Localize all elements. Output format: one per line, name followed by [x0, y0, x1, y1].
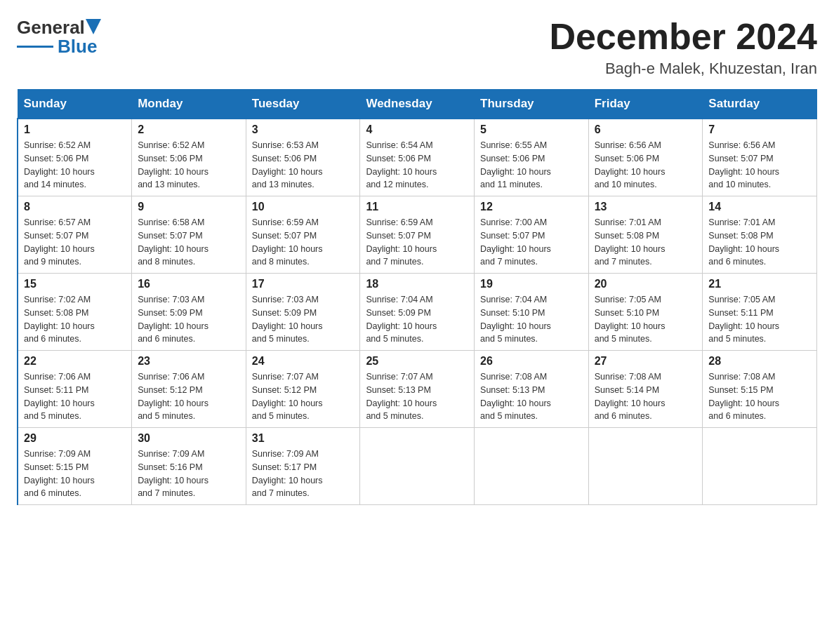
calendar-cell: 24 Sunrise: 7:07 AMSunset: 5:12 PMDaylig…: [246, 351, 360, 428]
day-info: Sunrise: 7:09 AMSunset: 5:17 PMDaylight:…: [252, 448, 355, 500]
day-number: 7: [708, 123, 811, 136]
calendar-header-row: SundayMondayTuesdayWednesdayThursdayFrid…: [18, 90, 817, 119]
day-info: Sunrise: 7:06 AMSunset: 5:12 PMDaylight:…: [138, 370, 240, 423]
day-info: Sunrise: 6:57 AMSunset: 5:07 PMDaylight:…: [24, 216, 126, 269]
calendar-week-row: 8 Sunrise: 6:57 AMSunset: 5:07 PMDayligh…: [18, 196, 817, 274]
day-info: Sunrise: 7:01 AMSunset: 5:08 PMDaylight:…: [708, 216, 811, 269]
day-info: Sunrise: 7:03 AMSunset: 5:09 PMDaylight:…: [252, 293, 355, 346]
calendar-cell: 29 Sunrise: 7:09 AMSunset: 5:15 PMDaylig…: [18, 428, 132, 505]
calendar-cell: 30 Sunrise: 7:09 AMSunset: 5:16 PMDaylig…: [132, 428, 246, 505]
day-number: 6: [595, 123, 697, 136]
calendar-cell: 2 Sunrise: 6:52 AMSunset: 5:06 PMDayligh…: [132, 119, 246, 196]
calendar-cell: [703, 428, 817, 505]
calendar-cell: 25 Sunrise: 7:07 AMSunset: 5:13 PMDaylig…: [360, 351, 475, 428]
calendar-cell: 26 Sunrise: 7:08 AMSunset: 5:13 PMDaylig…: [475, 351, 589, 428]
calendar-cell: 19 Sunrise: 7:04 AMSunset: 5:10 PMDaylig…: [475, 274, 589, 351]
day-number: 20: [595, 278, 697, 290]
logo-triangle-icon: [86, 19, 101, 34]
day-info: Sunrise: 6:53 AMSunset: 5:06 PMDaylight:…: [252, 139, 355, 192]
logo-underline: [17, 46, 53, 48]
day-number: 15: [24, 278, 126, 290]
col-header-saturday: Saturday: [703, 90, 817, 119]
calendar-cell: 9 Sunrise: 6:58 AMSunset: 5:07 PMDayligh…: [132, 196, 246, 274]
calendar-cell: 22 Sunrise: 7:06 AMSunset: 5:11 PMDaylig…: [18, 351, 132, 428]
day-info: Sunrise: 6:58 AMSunset: 5:07 PMDaylight:…: [138, 216, 240, 269]
col-header-sunday: Sunday: [18, 90, 132, 119]
day-number: 19: [480, 278, 583, 290]
day-number: 24: [252, 355, 355, 368]
day-info: Sunrise: 7:09 AMSunset: 5:16 PMDaylight:…: [138, 448, 240, 500]
day-number: 26: [480, 355, 583, 368]
day-info: Sunrise: 6:56 AMSunset: 5:07 PMDaylight:…: [708, 139, 811, 192]
col-header-tuesday: Tuesday: [246, 90, 360, 119]
day-number: 31: [252, 432, 355, 445]
day-number: 30: [138, 432, 240, 445]
col-header-wednesday: Wednesday: [360, 90, 475, 119]
day-info: Sunrise: 7:09 AMSunset: 5:15 PMDaylight:…: [24, 448, 126, 500]
calendar-cell: 1 Sunrise: 6:52 AMSunset: 5:06 PMDayligh…: [18, 119, 132, 196]
day-info: Sunrise: 6:52 AMSunset: 5:06 PMDaylight:…: [138, 139, 240, 192]
day-info: Sunrise: 7:04 AMSunset: 5:10 PMDaylight:…: [480, 293, 583, 346]
calendar-cell: 3 Sunrise: 6:53 AMSunset: 5:06 PMDayligh…: [246, 119, 360, 196]
calendar-cell: 21 Sunrise: 7:05 AMSunset: 5:11 PMDaylig…: [703, 274, 817, 351]
day-number: 10: [252, 201, 355, 213]
location-text: Bagh-e Malek, Khuzestan, Iran: [549, 60, 817, 78]
day-number: 18: [366, 278, 468, 290]
month-title: December 2024: [549, 17, 817, 57]
day-number: 22: [24, 355, 126, 368]
calendar-week-row: 1 Sunrise: 6:52 AMSunset: 5:06 PMDayligh…: [18, 119, 817, 196]
day-number: 11: [366, 201, 468, 213]
calendar-cell: 16 Sunrise: 7:03 AMSunset: 5:09 PMDaylig…: [132, 274, 246, 351]
calendar-week-row: 15 Sunrise: 7:02 AMSunset: 5:08 PMDaylig…: [18, 274, 817, 351]
calendar-cell: 14 Sunrise: 7:01 AMSunset: 5:08 PMDaylig…: [703, 196, 817, 274]
day-number: 21: [708, 278, 811, 290]
day-info: Sunrise: 6:59 AMSunset: 5:07 PMDaylight:…: [252, 216, 355, 269]
day-info: Sunrise: 7:08 AMSunset: 5:14 PMDaylight:…: [595, 370, 697, 423]
calendar-cell: 27 Sunrise: 7:08 AMSunset: 5:14 PMDaylig…: [588, 351, 703, 428]
day-number: 29: [24, 432, 126, 445]
day-number: 2: [138, 123, 240, 136]
day-number: 3: [252, 123, 355, 136]
calendar-cell: 17 Sunrise: 7:03 AMSunset: 5:09 PMDaylig…: [246, 274, 360, 351]
logo-blue-text: Blue: [58, 36, 97, 58]
day-info: Sunrise: 7:01 AMSunset: 5:08 PMDaylight:…: [595, 216, 697, 269]
day-number: 23: [138, 355, 240, 368]
calendar-cell: [360, 428, 475, 505]
day-number: 4: [366, 123, 468, 136]
page-header: General Blue December 2024 Bagh-e Malek,…: [17, 17, 817, 78]
calendar-table: SundayMondayTuesdayWednesdayThursdayFrid…: [17, 89, 817, 505]
calendar-cell: [475, 428, 589, 505]
calendar-cell: 23 Sunrise: 7:06 AMSunset: 5:12 PMDaylig…: [132, 351, 246, 428]
col-header-monday: Monday: [132, 90, 246, 119]
day-number: 9: [138, 201, 240, 213]
day-info: Sunrise: 7:07 AMSunset: 5:12 PMDaylight:…: [252, 370, 355, 423]
calendar-cell: 7 Sunrise: 6:56 AMSunset: 5:07 PMDayligh…: [703, 119, 817, 196]
calendar-cell: 15 Sunrise: 7:02 AMSunset: 5:08 PMDaylig…: [18, 274, 132, 351]
day-info: Sunrise: 7:05 AMSunset: 5:10 PMDaylight:…: [595, 293, 697, 346]
day-info: Sunrise: 7:08 AMSunset: 5:15 PMDaylight:…: [708, 370, 811, 423]
day-number: 27: [595, 355, 697, 368]
calendar-cell: [588, 428, 703, 505]
calendar-cell: 31 Sunrise: 7:09 AMSunset: 5:17 PMDaylig…: [246, 428, 360, 505]
calendar-cell: 13 Sunrise: 7:01 AMSunset: 5:08 PMDaylig…: [588, 196, 703, 274]
day-number: 12: [480, 201, 583, 213]
logo: General Blue: [17, 17, 101, 58]
day-number: 25: [366, 355, 468, 368]
col-header-friday: Friday: [588, 90, 703, 119]
day-info: Sunrise: 7:06 AMSunset: 5:11 PMDaylight:…: [24, 370, 126, 423]
day-info: Sunrise: 7:08 AMSunset: 5:13 PMDaylight:…: [480, 370, 583, 423]
day-number: 17: [252, 278, 355, 290]
day-info: Sunrise: 7:03 AMSunset: 5:09 PMDaylight:…: [138, 293, 240, 346]
day-info: Sunrise: 7:05 AMSunset: 5:11 PMDaylight:…: [708, 293, 811, 346]
title-block: December 2024 Bagh-e Malek, Khuzestan, I…: [549, 17, 817, 78]
day-number: 5: [480, 123, 583, 136]
calendar-cell: 10 Sunrise: 6:59 AMSunset: 5:07 PMDaylig…: [246, 196, 360, 274]
calendar-week-row: 29 Sunrise: 7:09 AMSunset: 5:15 PMDaylig…: [18, 428, 817, 505]
day-number: 1: [24, 123, 126, 136]
svg-marker-0: [86, 19, 101, 34]
day-number: 28: [708, 355, 811, 368]
calendar-cell: 28 Sunrise: 7:08 AMSunset: 5:15 PMDaylig…: [703, 351, 817, 428]
calendar-cell: 11 Sunrise: 6:59 AMSunset: 5:07 PMDaylig…: [360, 196, 475, 274]
day-info: Sunrise: 6:55 AMSunset: 5:06 PMDaylight:…: [480, 139, 583, 192]
col-header-thursday: Thursday: [475, 90, 589, 119]
